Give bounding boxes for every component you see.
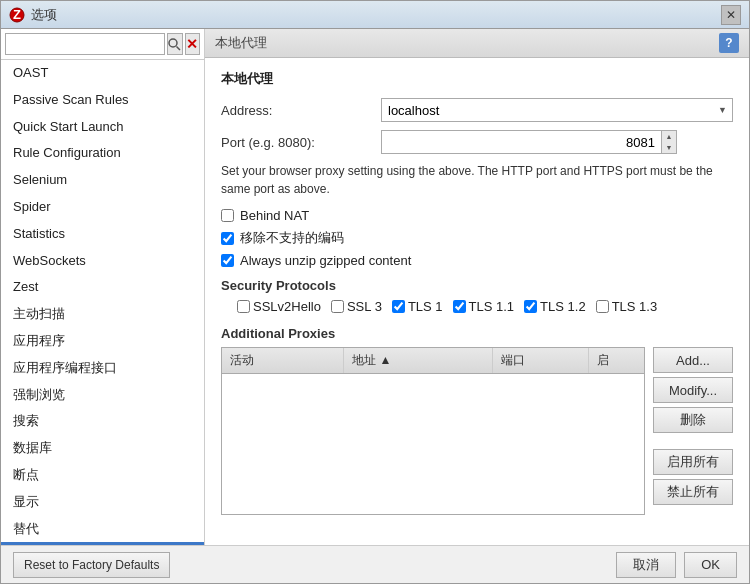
proto-tls13: TLS 1.3 bbox=[596, 299, 658, 314]
modify-proxy-button[interactable]: Modify... bbox=[653, 377, 733, 403]
proto-tls12: TLS 1.2 bbox=[524, 299, 586, 314]
panel-body: 本地代理 Address: localhost 127.0.0.1 0.0.0.… bbox=[205, 58, 749, 545]
sidebar-search-bar: ✕ bbox=[1, 29, 204, 60]
sidebar: ✕ OAST Passive Scan Rules Quick Start La… bbox=[1, 29, 205, 545]
bottom-right-buttons: 取消 OK bbox=[616, 552, 737, 578]
sidebar-item-forced-browse[interactable]: 强制浏览 bbox=[1, 382, 204, 409]
add-proxy-button[interactable]: Add... bbox=[653, 347, 733, 373]
proto-tls12-label[interactable]: TLS 1.2 bbox=[540, 299, 586, 314]
sidebar-item-rule-config[interactable]: Rule Configuration bbox=[1, 140, 204, 167]
proto-ssl3-label[interactable]: SSL 3 bbox=[347, 299, 382, 314]
main-window: Z 选项 ✕ ✕ OAST Passive Scan Rules Quick bbox=[0, 0, 750, 584]
sidebar-item-app[interactable]: 应用程序 bbox=[1, 328, 204, 355]
bottom-bar: Reset to Factory Defaults 取消 OK bbox=[1, 545, 749, 583]
sidebar-item-db[interactable]: 数据库 bbox=[1, 435, 204, 462]
proto-tls11-checkbox[interactable] bbox=[453, 300, 466, 313]
security-protocols-title: Security Protocols bbox=[221, 278, 733, 293]
panel-header-title: 本地代理 bbox=[215, 34, 267, 52]
sidebar-search-button[interactable] bbox=[167, 33, 183, 55]
help-button[interactable]: ? bbox=[719, 33, 739, 53]
address-select-wrapper: localhost 127.0.0.1 0.0.0.0 bbox=[381, 98, 733, 122]
close-button[interactable]: ✕ bbox=[721, 5, 741, 25]
sidebar-clear-button[interactable]: ✕ bbox=[185, 33, 201, 55]
disable-all-button[interactable]: 禁止所有 bbox=[653, 479, 733, 505]
unzip-label[interactable]: Always unzip gzipped content bbox=[240, 253, 411, 268]
additional-proxies-section: Additional Proxies 活动 地址 ▲ 端口 启 bbox=[221, 326, 733, 515]
cancel-button[interactable]: 取消 bbox=[616, 552, 676, 578]
col-active: 活动 bbox=[222, 348, 344, 373]
app-icon: Z bbox=[9, 7, 25, 23]
sidebar-item-zest[interactable]: Zest bbox=[1, 274, 204, 301]
port-row: Port (e.g. 8080): ▲ ▼ bbox=[221, 130, 733, 154]
sidebar-item-api[interactable]: 应用程序编程接口 bbox=[1, 355, 204, 382]
window-title: 选项 bbox=[31, 6, 721, 24]
protocol-row: SSLv2Hello SSL 3 TLS 1 TLS 1.1 bbox=[221, 299, 733, 314]
svg-line-3 bbox=[177, 46, 181, 50]
behind-nat-row: Behind NAT bbox=[221, 208, 733, 223]
proxies-container: 活动 地址 ▲ 端口 启 Add... Modify... 删除 bbox=[221, 347, 733, 515]
remove-encoding-row: 移除不支持的编码 bbox=[221, 229, 733, 247]
sidebar-item-selenium[interactable]: Selenium bbox=[1, 167, 204, 194]
security-protocols-section: Security Protocols SSLv2Hello SSL 3 T bbox=[221, 278, 733, 314]
panel-header: 本地代理 ? bbox=[205, 29, 749, 58]
proto-tls11-label[interactable]: TLS 1.1 bbox=[469, 299, 515, 314]
sidebar-item-display[interactable]: 显示 bbox=[1, 489, 204, 516]
main-content: ✕ OAST Passive Scan Rules Quick Start La… bbox=[1, 29, 749, 545]
proto-sslv2hello-checkbox[interactable] bbox=[237, 300, 250, 313]
search-icon bbox=[168, 38, 181, 51]
sidebar-item-quick-start[interactable]: Quick Start Launch bbox=[1, 114, 204, 141]
proto-tls13-checkbox[interactable] bbox=[596, 300, 609, 313]
behind-nat-checkbox[interactable] bbox=[221, 209, 234, 222]
sidebar-item-active-scan[interactable]: 主动扫描 bbox=[1, 301, 204, 328]
proto-tls11: TLS 1.1 bbox=[453, 299, 515, 314]
sidebar-item-websockets[interactable]: WebSockets bbox=[1, 248, 204, 275]
sidebar-item-breakpoints[interactable]: 断点 bbox=[1, 462, 204, 489]
behind-nat-label[interactable]: Behind NAT bbox=[240, 208, 309, 223]
port-label: Port (e.g. 8080): bbox=[221, 135, 381, 150]
delete-proxy-button[interactable]: 删除 bbox=[653, 407, 733, 433]
enable-all-button[interactable]: 启用所有 bbox=[653, 449, 733, 475]
additional-proxies-title: Additional Proxies bbox=[221, 326, 733, 341]
sidebar-item-statistics[interactable]: Statistics bbox=[1, 221, 204, 248]
sidebar-item-replace[interactable]: 替代 bbox=[1, 516, 204, 543]
proto-sslv2hello-label[interactable]: SSLv2Hello bbox=[253, 299, 321, 314]
proto-ssl3: SSL 3 bbox=[331, 299, 382, 314]
port-increment[interactable]: ▲ bbox=[662, 131, 676, 142]
proto-tls1-label[interactable]: TLS 1 bbox=[408, 299, 443, 314]
sidebar-list: OAST Passive Scan Rules Quick Start Laun… bbox=[1, 60, 204, 545]
address-label: Address: bbox=[221, 103, 381, 118]
proxies-table-body bbox=[222, 374, 644, 514]
proxies-buttons: Add... Modify... 删除 启用所有 禁止所有 bbox=[645, 347, 733, 515]
svg-point-2 bbox=[169, 39, 177, 47]
unzip-row: Always unzip gzipped content bbox=[221, 253, 733, 268]
address-select[interactable]: localhost 127.0.0.1 0.0.0.0 bbox=[381, 98, 733, 122]
sidebar-item-search[interactable]: 搜索 bbox=[1, 408, 204, 435]
port-input[interactable] bbox=[381, 130, 661, 154]
ok-button[interactable]: OK bbox=[684, 552, 737, 578]
sidebar-search-input[interactable] bbox=[5, 33, 165, 55]
proto-tls13-label[interactable]: TLS 1.3 bbox=[612, 299, 658, 314]
proto-tls1-checkbox[interactable] bbox=[392, 300, 405, 313]
title-bar: Z 选项 ✕ bbox=[1, 1, 749, 29]
port-wrapper: ▲ ▼ bbox=[381, 130, 677, 154]
proxy-info-text: Set your browser proxy setting using the… bbox=[221, 162, 733, 198]
proto-tls1: TLS 1 bbox=[392, 299, 443, 314]
col-address: 地址 ▲ bbox=[344, 348, 492, 373]
unzip-checkbox[interactable] bbox=[221, 254, 234, 267]
proto-tls12-checkbox[interactable] bbox=[524, 300, 537, 313]
col-enabled: 启 bbox=[589, 348, 644, 373]
section-title: 本地代理 bbox=[221, 70, 733, 88]
right-panel: 本地代理 ? 本地代理 Address: localhost 127.0.0.1… bbox=[205, 29, 749, 545]
sidebar-item-oast[interactable]: OAST bbox=[1, 60, 204, 87]
col-port: 端口 bbox=[493, 348, 589, 373]
remove-encoding-label[interactable]: 移除不支持的编码 bbox=[240, 229, 344, 247]
reset-button[interactable]: Reset to Factory Defaults bbox=[13, 552, 170, 578]
port-decrement[interactable]: ▼ bbox=[662, 142, 676, 153]
svg-text:Z: Z bbox=[13, 7, 21, 22]
proto-ssl3-checkbox[interactable] bbox=[331, 300, 344, 313]
sidebar-item-spider[interactable]: Spider bbox=[1, 194, 204, 221]
address-row: Address: localhost 127.0.0.1 0.0.0.0 bbox=[221, 98, 733, 122]
proxies-table: 活动 地址 ▲ 端口 启 bbox=[221, 347, 645, 515]
sidebar-item-passive-scan-rules[interactable]: Passive Scan Rules bbox=[1, 87, 204, 114]
remove-encoding-checkbox[interactable] bbox=[221, 232, 234, 245]
